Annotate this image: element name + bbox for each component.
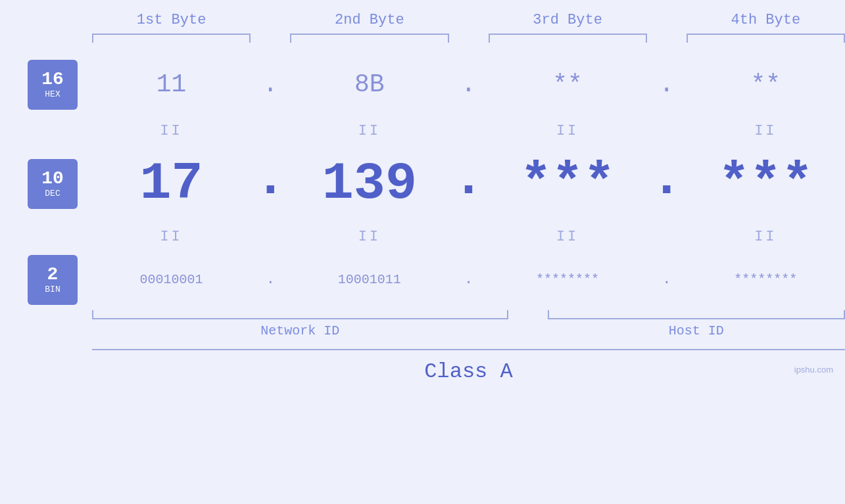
class-line: Class A [92, 349, 845, 384]
dec-dot-3: . [651, 149, 683, 209]
eq-row-1: II II II II [92, 116, 845, 146]
bin-val-3: ******** [536, 272, 599, 287]
byte1-header: 1st Byte [137, 12, 206, 28]
bracket-byte3 [489, 34, 647, 43]
hex-val-1: 11 [157, 70, 187, 99]
bin-row: 00010001 . 10001011 . ******** . [92, 252, 845, 308]
hex-dot-2: . [461, 70, 476, 99]
hex-dot-1: . [263, 70, 278, 99]
watermark: ipshu.com [794, 365, 833, 375]
dec-badge-label: DEC [45, 189, 60, 198]
dec-val-1: 17 [140, 154, 203, 214]
bracket-byte4 [687, 34, 845, 43]
hex-val-4: ** [751, 70, 781, 99]
bin-badge-label: BIN [45, 285, 60, 294]
eq-row-2: II II II II [92, 221, 845, 252]
dec-dot-2: . [452, 149, 484, 209]
eq-sym-4: II [754, 123, 777, 139]
dec-val-3: *** [520, 154, 615, 214]
dec-val-4: *** [718, 154, 813, 214]
eq-sym-2: II [358, 123, 381, 139]
byte2-header: 2nd Byte [335, 12, 404, 28]
eq-sym-1: II [160, 123, 182, 139]
class-label: Class A [424, 359, 512, 384]
byte4-header: 4th Byte [731, 12, 801, 28]
dec-dot-1: . [254, 149, 286, 209]
hex-val-2: 8B [354, 70, 385, 99]
bracket-byte2 [290, 34, 448, 43]
bin-badge-num: 2 [47, 265, 59, 285]
bin-badge: 2 BIN [28, 255, 78, 305]
bracket-host [548, 310, 846, 319]
bin-dot-3: . [662, 271, 671, 288]
host-id-label: Host ID [669, 323, 724, 338]
dec-badge-num: 10 [41, 169, 64, 189]
hex-badge-label: HEX [45, 90, 60, 99]
page-layout: 1st Byte 2nd Byte 3rd Byte 4th Byte [0, 0, 845, 384]
hex-badge: 16 HEX [28, 60, 78, 110]
hex-dot-3: . [659, 70, 674, 99]
byte3-header: 3rd Byte [533, 12, 602, 28]
bin-dot-2: . [464, 271, 473, 288]
bin-val-2: 10001011 [338, 272, 401, 287]
hex-val-3: ** [552, 70, 583, 99]
dec-val-2: 139 [322, 154, 417, 214]
bin-dot-1: . [266, 271, 275, 288]
network-id-label: Network ID [260, 323, 339, 338]
bracket-network [92, 310, 508, 319]
bracket-byte1 [92, 34, 251, 43]
hex-badge-num: 16 [41, 70, 64, 90]
dec-badge: 10 DEC [28, 159, 78, 209]
bin-val-1: 00010001 [140, 272, 203, 287]
hex-row: 11 . 8B . ** . ** [92, 53, 845, 116]
eq-sym-3: II [556, 123, 579, 139]
bin-val-4: ******** [734, 272, 797, 287]
dec-row: 17 . 139 . *** . *** [92, 146, 845, 221]
